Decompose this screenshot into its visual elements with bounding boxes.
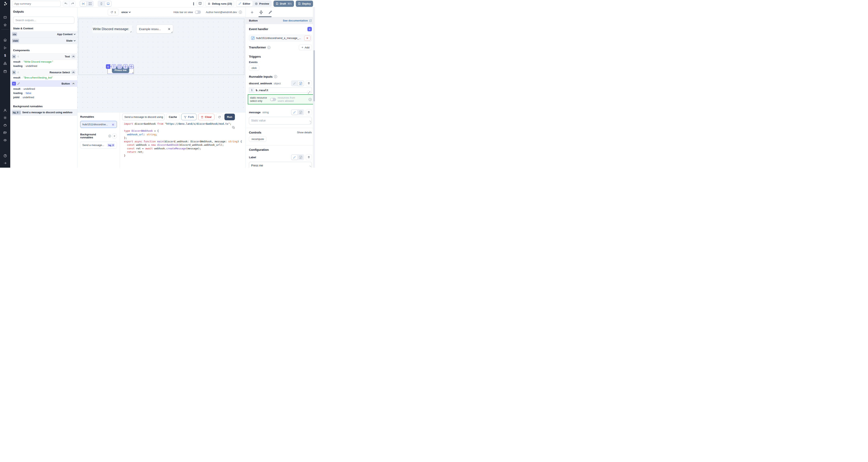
star-icon[interactable]: [0, 23, 10, 27]
resize-handle[interactable]: [130, 31, 131, 32]
help-icon[interactable]: [0, 154, 10, 158]
app-summary-input[interactable]: App summary: [12, 1, 61, 7]
fork-button[interactable]: Fork: [181, 113, 196, 120]
component-a-header[interactable]: a ☝ Text: [10, 53, 77, 60]
deploy-button[interactable]: Deploy: [296, 1, 313, 7]
desktop-view-button[interactable]: [105, 1, 111, 6]
state-row[interactable]: state State: [10, 38, 77, 44]
kebab-menu-icon[interactable]: •••: [192, 2, 195, 5]
ctx-row[interactable]: ctx App Context: [10, 31, 77, 38]
show-details-link[interactable]: Show details: [297, 131, 312, 134]
add-component-tab[interactable]: [250, 11, 254, 14]
connect-plug-icon[interactable]: [306, 109, 312, 115]
search-outputs-input[interactable]: Search outputs...: [13, 16, 74, 24]
scrollbar-thumb[interactable]: [313, 50, 315, 101]
collapse-button[interactable]: [71, 70, 75, 74]
editor-tab[interactable]: Editor: [236, 1, 253, 6]
eval-mode-function-icon[interactable]: ƒ: [298, 155, 304, 160]
runnable-item-selected[interactable]: hub/1511/discord/se... c: [80, 121, 117, 128]
see-documentation-link[interactable]: See documentation: [283, 19, 312, 22]
folders-icon[interactable]: [0, 131, 10, 134]
runs-icon[interactable]: [0, 46, 10, 50]
app-canvas[interactable]: Write Discord message: Example resou... …: [78, 17, 246, 122]
static-mode-pencil-icon[interactable]: [291, 81, 298, 86]
resize-handle[interactable]: [171, 32, 173, 33]
info-icon[interactable]: i: [309, 98, 312, 101]
insert-below-icon[interactable]: [112, 64, 116, 69]
debug-runs-button[interactable]: Debug runs (23): [205, 1, 234, 7]
redo-button[interactable]: [69, 1, 75, 6]
edit-pencil-icon[interactable]: [17, 82, 20, 85]
resize-handle[interactable]: [132, 72, 133, 73]
anchor-icon[interactable]: [123, 64, 128, 69]
apps-icon[interactable]: [0, 16, 10, 19]
right-panel-scrollbar[interactable]: [313, 7, 315, 168]
clear-selection-icon[interactable]: ✕: [168, 27, 170, 31]
styling-tab[interactable]: [269, 10, 272, 14]
info-icon[interactable]: i: [268, 46, 271, 49]
click-event-chip[interactable]: click: [249, 65, 259, 71]
add-transformer-button[interactable]: Add: [299, 44, 312, 50]
background-runnable-item[interactable]: Send a message... bg_0: [80, 141, 117, 148]
clear-button[interactable]: Clear: [198, 113, 214, 120]
variables-icon[interactable]: $: [0, 54, 10, 58]
workers-icon[interactable]: [0, 124, 10, 127]
static-mode-pencil-icon[interactable]: [291, 110, 298, 115]
chevron-down-icon[interactable]: [74, 39, 76, 41]
copy-code-icon[interactable]: [232, 126, 235, 129]
preview-tab[interactable]: Preview: [253, 1, 271, 6]
draft-button[interactable]: Draft ⌘S: [274, 1, 294, 7]
mobile-view-button[interactable]: [98, 1, 104, 6]
hide-bar-toggle[interactable]: [195, 10, 201, 14]
schedule-dropdown[interactable]: once: [121, 11, 130, 14]
runnable-name-input[interactable]: Send a message to discord using: [122, 113, 164, 120]
undo-button[interactable]: [63, 1, 69, 6]
center-layout-button[interactable]: [80, 1, 86, 6]
home-icon[interactable]: [0, 38, 10, 42]
component-b-header[interactable]: b ☝ Resource Select: [10, 69, 77, 75]
info-icon[interactable]: i: [274, 75, 277, 78]
text-component-a[interactable]: Write Discord message:: [92, 25, 132, 33]
recompute-chip[interactable]: recompute: [249, 136, 267, 142]
resource-select-component-b[interactable]: Example resou... ✕: [136, 25, 173, 34]
connect-plug-icon[interactable]: [306, 154, 312, 160]
settings-gear-icon[interactable]: [0, 116, 10, 120]
windmill-logo[interactable]: [0, 1, 10, 6]
connect-plug-icon[interactable]: [306, 80, 312, 86]
schedules-icon[interactable]: [0, 70, 10, 73]
collapse-button[interactable]: [71, 55, 75, 59]
refresh-code-button[interactable]: [216, 113, 223, 120]
cache-button[interactable]: Cache: [166, 113, 180, 120]
eye-icon[interactable]: [0, 138, 10, 142]
message-static-value-textarea[interactable]: Static value: [249, 117, 312, 125]
eval-mode-function-icon[interactable]: ƒ: [298, 110, 304, 115]
collapse-button[interactable]: [71, 81, 75, 86]
user-icon[interactable]: [0, 109, 10, 112]
resize-grip-icon[interactable]: [309, 167, 311, 168]
attached-runnable-chip[interactable]: ƒ hub/1511/discord/send_a_message_... ✕: [249, 35, 312, 41]
background-runnable-row[interactable]: bg_0 ☝ Send a message to discord using w…: [10, 109, 77, 116]
add-background-runnable-button[interactable]: [112, 133, 117, 139]
expand-component-icon[interactable]: [117, 64, 122, 69]
move-icon[interactable]: [129, 64, 134, 69]
value: undefined: [26, 64, 37, 67]
expand-rail-icon[interactable]: [0, 161, 10, 165]
detach-runnable-button[interactable]: ✕: [304, 36, 310, 41]
component-settings-tab[interactable]: [259, 10, 263, 14]
component-c-header[interactable]: c Button: [10, 80, 77, 87]
expand-editor-icon[interactable]: [307, 91, 311, 94]
resources-icon[interactable]: [0, 62, 10, 65]
info-icon[interactable]: i: [239, 11, 242, 14]
eval-mode-function-icon[interactable]: ƒ: [298, 81, 304, 86]
chevron-down-icon[interactable]: [74, 33, 76, 35]
resources-toggle[interactable]: [270, 98, 276, 101]
code-editor[interactable]: import discordwebhook from "https://deno…: [120, 122, 246, 157]
fullscreen-button[interactable]: [87, 1, 93, 6]
label-value-textarea[interactable]: Press me: [249, 162, 312, 168]
webhook-expression-editor[interactable]: 1 b.result: [249, 88, 312, 93]
resize-grip-icon[interactable]: [309, 122, 311, 124]
refresh-count-button[interactable]: 1: [108, 9, 119, 15]
docs-book-button[interactable]: [197, 1, 204, 7]
static-mode-pencil-icon[interactable]: [291, 155, 298, 160]
run-button[interactable]: Run: [224, 113, 235, 120]
